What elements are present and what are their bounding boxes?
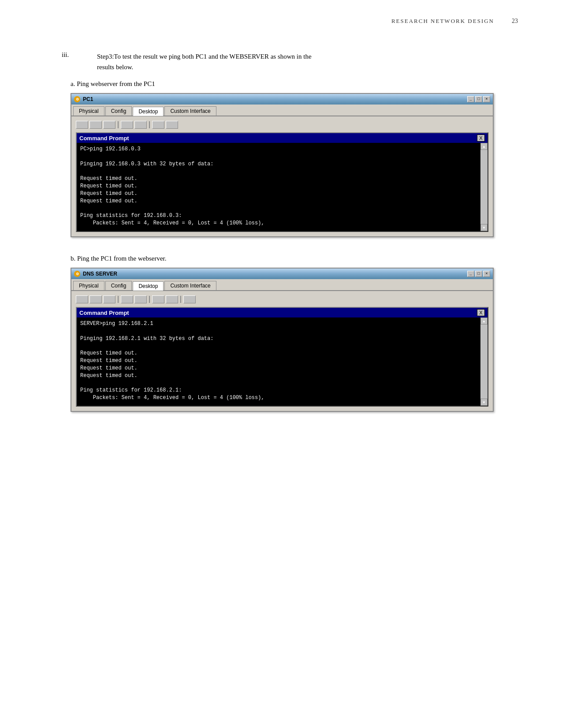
- cmd-line-1-pc1: [80, 153, 476, 161]
- toolbar-btn-7-dns[interactable]: [166, 295, 178, 303]
- toolbar-btn-5-pc1[interactable]: [134, 121, 147, 129]
- tab-custom-pc1[interactable]: Custom Interface: [164, 106, 216, 116]
- scroll-down-pc1[interactable]: ▼: [480, 224, 488, 231]
- cmd-line-7-dns: Request timed out.: [80, 372, 476, 380]
- cmd-line-6-pc1: Request timed out.: [80, 190, 476, 198]
- tab-custom-dns[interactable]: Custom Interface: [164, 281, 216, 290]
- scroll-up-pc1[interactable]: ▲: [480, 143, 488, 150]
- toolbar-btn-8-dns[interactable]: [183, 295, 196, 303]
- page-header: RESEARCH NETWORK DESIGN 23: [35, 18, 527, 25]
- pt-app-icon-pc1: ⚙: [74, 96, 80, 102]
- cmd-line-6-dns: Request timed out.: [80, 365, 476, 372]
- toolbar-btn-6-pc1[interactable]: [152, 121, 164, 129]
- cmd-line-4-pc1: Request timed out.: [80, 175, 476, 183]
- tab-desktop-pc1[interactable]: Desktop: [133, 107, 164, 116]
- scroll-up-dns[interactable]: ▲: [480, 317, 488, 325]
- pt-body-pc1: Command Prompt X PC>ping 192.168.0.3 Pin…: [71, 116, 493, 236]
- cmd-window-pc1: Command Prompt X PC>ping 192.168.0.3 Pin…: [76, 132, 488, 232]
- tab-physical-dns[interactable]: Physical: [73, 281, 104, 290]
- toolbar-sep2-dns: [149, 296, 150, 303]
- cmd-line-2-dns: Pinging 192.168.2.1 with 32 bytes of dat…: [80, 335, 476, 343]
- cmd-line-9-dns: Ping statistics for 192.168.2.1:: [80, 387, 476, 394]
- cmd-close-btn-dns[interactable]: X: [477, 309, 485, 316]
- pt-title-dns: DNS SERVER: [83, 271, 117, 277]
- tab-config-dns[interactable]: Config: [105, 281, 132, 290]
- pt-titlebar-pc1: ⚙ PC1 _ □ ×: [71, 94, 493, 105]
- cmd-line-5-pc1: Request timed out.: [80, 183, 476, 190]
- toolbar-sep-pc1: [118, 121, 119, 128]
- toolbar-btn-7-pc1[interactable]: [166, 121, 178, 129]
- pt-app-icon-dns: ⚙: [74, 271, 80, 277]
- cmd-line-7-pc1: Request timed out.: [80, 198, 476, 205]
- step-iii-line2: results below.: [97, 63, 133, 71]
- toolbar-btn-5-dns[interactable]: [134, 295, 147, 303]
- cmd-title-pc1: Command Prompt: [79, 135, 129, 142]
- cmd-line-10-pc1: Packets: Sent = 4, Received = 0, Lost = …: [80, 220, 476, 227]
- minimize-button-dns[interactable]: _: [467, 271, 474, 277]
- sub-step-a: a. Ping webserver from the PC1 ⚙ PC1 _ □…: [62, 80, 527, 237]
- sub-step-b: b. Ping the PC1 from the webserver. ⚙ DN…: [62, 255, 527, 412]
- cmd-scrollbar-dns[interactable]: ▲ ▼: [480, 317, 488, 406]
- header-title: RESEARCH NETWORK DESIGN: [391, 18, 494, 25]
- cmd-line-0-pc1: PC>ping 192.168.0.3: [80, 146, 476, 153]
- scroll-down-dns[interactable]: ▼: [480, 399, 488, 406]
- pt-titlebar-left-dns: ⚙ DNS SERVER: [74, 271, 117, 277]
- cmd-line-3-pc1: [80, 168, 476, 175]
- page-number: 23: [512, 18, 518, 25]
- pt-title-pc1: PC1: [83, 96, 93, 102]
- cmd-titlebar-dns: Command Prompt X: [77, 308, 488, 317]
- cmd-scrollbar-pc1[interactable]: ▲ ▼: [480, 143, 488, 231]
- tab-physical-pc1[interactable]: Physical: [73, 106, 104, 116]
- cmd-line-1-dns: [80, 328, 476, 335]
- toolbar-sep2-pc1: [149, 121, 150, 128]
- cmd-window-dns: Command Prompt X SERVER>ping 192.168.2.1…: [76, 307, 488, 407]
- toolbar-btn-1-pc1[interactable]: [76, 121, 88, 129]
- pt-titlebar-dns: ⚙ DNS SERVER _ □ ×: [71, 269, 493, 279]
- cmd-title-dns: Command Prompt: [79, 310, 129, 316]
- close-button-dns[interactable]: ×: [483, 271, 490, 277]
- toolbar-btn-2-dns[interactable]: [89, 295, 102, 303]
- cmd-line-9-pc1: Ping statistics for 192.168.0.3:: [80, 212, 476, 220]
- close-button-pc1[interactable]: ×: [483, 96, 490, 102]
- sub-step-a-label: a. Ping webserver from the PC1: [71, 80, 527, 88]
- step-iii-label: iii.: [62, 51, 97, 72]
- step-iii: iii. Step3:To test the result we ping bo…: [62, 51, 527, 72]
- cmd-body-dns[interactable]: SERVER>ping 192.168.2.1 Pinging 192.168.…: [77, 317, 488, 406]
- content-area: iii. Step3:To test the result we ping bo…: [35, 51, 527, 412]
- cmd-close-btn-pc1[interactable]: X: [477, 134, 485, 142]
- pt-tabbar-pc1: Physical Config Desktop Custom Interface: [71, 105, 493, 116]
- cmd-line-0-dns: SERVER>ping 192.168.2.1: [80, 320, 476, 328]
- pt-window-dns: ⚙ DNS SERVER _ □ × Physical Config Deskt…: [71, 268, 494, 412]
- pt-toolbar-pc1: [76, 121, 488, 129]
- toolbar-btn-4-dns[interactable]: [121, 295, 133, 303]
- pt-tabbar-dns: Physical Config Desktop Custom Interface: [71, 279, 493, 291]
- cmd-line-8-pc1: [80, 205, 476, 212]
- cmd-line-4-dns: Request timed out.: [80, 350, 476, 357]
- sub-step-b-label: b. Ping the PC1 from the webserver.: [71, 255, 527, 262]
- cmd-titlebar-pc1: Command Prompt X: [77, 133, 488, 143]
- toolbar-sep-dns: [118, 296, 119, 303]
- toolbar-btn-3-dns[interactable]: [103, 295, 115, 303]
- cmd-line-2-pc1: Pinging 192.168.0.3 with 32 bytes of dat…: [80, 161, 476, 168]
- cmd-line-5-dns: Request timed out.: [80, 357, 476, 365]
- pt-titlebar-left-pc1: ⚙ PC1: [74, 96, 93, 102]
- minimize-button-pc1[interactable]: _: [467, 96, 474, 102]
- toolbar-btn-1-dns[interactable]: [76, 295, 88, 303]
- cmd-content-pc1: PC>ping 192.168.0.3 Pinging 192.168.0.3 …: [80, 146, 476, 227]
- toolbar-btn-3-pc1[interactable]: [103, 121, 115, 129]
- cmd-content-dns: SERVER>ping 192.168.2.1 Pinging 192.168.…: [80, 320, 476, 402]
- maximize-button-pc1[interactable]: □: [475, 96, 482, 102]
- toolbar-btn-2-pc1[interactable]: [89, 121, 102, 129]
- pt-window-pc1: ⚙ PC1 _ □ × Physical Config Desktop Cust…: [71, 93, 494, 237]
- pt-titlebar-controls-dns[interactable]: _ □ ×: [467, 271, 490, 277]
- pt-body-dns: Command Prompt X SERVER>ping 192.168.2.1…: [71, 291, 493, 411]
- tab-config-pc1[interactable]: Config: [105, 106, 132, 116]
- maximize-button-dns[interactable]: □: [475, 271, 482, 277]
- toolbar-btn-6-dns[interactable]: [152, 295, 164, 303]
- toolbar-btn-4-pc1[interactable]: [121, 121, 133, 129]
- cmd-line-3-dns: [80, 342, 476, 350]
- tab-desktop-dns[interactable]: Desktop: [133, 281, 164, 291]
- pt-titlebar-controls-pc1[interactable]: _ □ ×: [467, 96, 490, 102]
- cmd-line-8-dns: [80, 379, 476, 387]
- cmd-body-pc1[interactable]: PC>ping 192.168.0.3 Pinging 192.168.0.3 …: [77, 143, 488, 231]
